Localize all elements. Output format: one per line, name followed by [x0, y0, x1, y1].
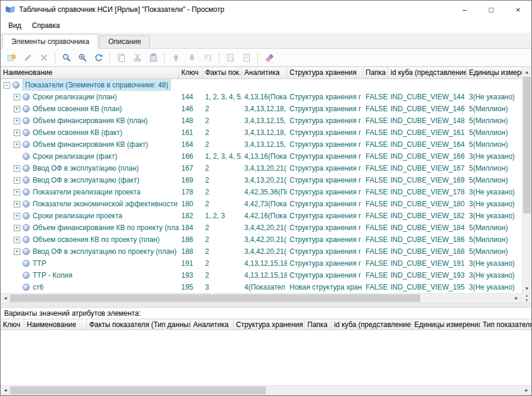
add-element-button[interactable]: [4, 50, 20, 65]
edit-element-button[interactable]: [20, 50, 36, 65]
tree-root-row[interactable]: − Показатели (Элементов в справочнике: 4…: [1, 79, 522, 91]
column-header[interactable]: id куба (представление): [388, 67, 467, 78]
expand-icon[interactable]: +: [14, 177, 20, 184]
column-header[interactable]: Аналитика: [191, 319, 234, 329]
menu-item[interactable]: Вид: [3, 20, 27, 32]
cell: Структура хранения г: [287, 162, 363, 174]
delete-element-button[interactable]: [36, 50, 52, 65]
tree-row[interactable]: +Объем освоения КВ (план)14623,4,13,12,1…: [1, 103, 522, 115]
tree-row[interactable]: +Показатели реализации проекта17824,42,3…: [1, 186, 522, 198]
column-header[interactable]: Папка: [305, 319, 332, 329]
panel-splitter[interactable]: [1, 303, 531, 308]
doc-view-button[interactable]: [238, 50, 254, 65]
expand-icon[interactable]: +: [14, 165, 20, 172]
column-header[interactable]: Структура хранения: [234, 319, 305, 329]
column-header[interactable]: Ключ: [1, 319, 24, 329]
column-header[interactable]: Факты показателя (Тип данных): [87, 319, 191, 329]
tree-row[interactable]: ТТР19124,13,12,15,18Структура хранения г…: [1, 257, 522, 269]
prev-row-button[interactable]: ▲: [522, 294, 531, 298]
copy-button[interactable]: [113, 50, 129, 65]
advanced-search-button[interactable]: [74, 50, 90, 65]
expand-icon[interactable]: +: [14, 225, 20, 231]
cell: 195: [179, 281, 203, 293]
column-header[interactable]: Ключ: [179, 67, 203, 78]
paste-button[interactable]: [145, 50, 161, 65]
expand-icon[interactable]: +: [14, 118, 20, 124]
horizontal-scrollbar[interactable]: ◄ ►: [1, 294, 521, 303]
cell: FALSE: [363, 246, 388, 257]
tree-row[interactable]: +Объем финансирования КВ (план)14823,4,1…: [1, 115, 522, 127]
column-header[interactable]: Наименование: [24, 319, 87, 329]
tree-row[interactable]: +Сроки реализации проекта1821, 2, 34,42,…: [1, 210, 522, 222]
sort-button[interactable]: [200, 50, 216, 65]
expand-icon[interactable]: +: [14, 130, 20, 136]
expand-icon[interactable]: +: [14, 237, 20, 243]
cell: 2: [203, 198, 242, 210]
tree-row[interactable]: +Объем освоения КВ по проекту (план)1862…: [1, 234, 522, 246]
column-header[interactable]: id куба (представление): [332, 319, 412, 329]
expand-icon[interactable]: +: [14, 213, 20, 219]
expand-icon[interactable]: +: [14, 201, 20, 208]
tab[interactable]: Описание: [99, 35, 150, 48]
cut-button[interactable]: [129, 50, 145, 65]
tree-row[interactable]: +Ввод ОФ в эксплуатацию по проекту (план…: [1, 246, 522, 257]
vertical-scrollbar[interactable]: ▲ ▼: [522, 67, 531, 293]
tab[interactable]: Элементы справочника: [2, 34, 98, 49]
horizontal-scrollbar-track[interactable]: [420, 294, 512, 303]
tree-row[interactable]: +Объем освоения КВ (факт)16123,4,13,12,1…: [1, 127, 522, 139]
move-down-button[interactable]: [184, 50, 200, 65]
tree-row[interactable]: ТТР - Копия19324,13,12,15,18Структура хр…: [1, 269, 522, 281]
vertical-scrollbar-track[interactable]: [522, 213, 531, 284]
tree-row[interactable]: +Сроки реализации (план)1441, 2, 3, 4, 5…: [1, 91, 522, 103]
search-button[interactable]: [58, 50, 74, 65]
cell: 5(Миллион): [467, 139, 522, 150]
expand-icon[interactable]: +: [14, 94, 20, 100]
scroll-left-icon[interactable]: ◄: [1, 294, 10, 303]
minimize-button[interactable]: –: [451, 1, 478, 18]
column-header[interactable]: Наименование: [1, 67, 179, 78]
close-button[interactable]: ×: [505, 1, 531, 18]
tree-grid-hscroll-row: ◄ ► ▲ ▼: [1, 293, 531, 303]
tree-row[interactable]: +Объем финансирования КВ по проекту (пла…: [1, 222, 522, 234]
column-header[interactable]: Тип показателя: [480, 319, 531, 329]
column-header[interactable]: Папка: [363, 67, 388, 78]
tree-row[interactable]: Сроки реализации (факт)1661, 2, 3, 4, 5,…: [1, 150, 522, 162]
cell: 184: [179, 222, 203, 234]
scroll-right-icon[interactable]: ►: [512, 294, 521, 303]
cell: IND_CUBE_VIEW_161: [388, 127, 467, 139]
toolbar: [1, 49, 531, 67]
bottom-horizontal-scrollbar-track[interactable]: [266, 386, 522, 395]
tree-row[interactable]: ст619534(ПоказателНовая структура хранFA…: [1, 281, 522, 293]
column-header[interactable]: Факты пок...: [203, 67, 242, 78]
collapse-icon[interactable]: −: [4, 82, 10, 89]
column-header[interactable]: Структура хранения: [287, 67, 363, 78]
scroll-left-icon[interactable]: ◄: [1, 386, 10, 395]
move-up-button[interactable]: [168, 50, 184, 65]
refresh-button[interactable]: [90, 50, 106, 65]
tree-row[interactable]: +Показатели экономической эффективности1…: [1, 198, 522, 210]
column-header[interactable]: Аналитика: [242, 67, 287, 78]
expand-icon[interactable]: +: [14, 249, 20, 255]
next-row-button[interactable]: ▼: [522, 298, 531, 303]
expand-icon[interactable]: +: [14, 106, 20, 112]
column-header[interactable]: Единицы измерения: [412, 319, 480, 329]
tree-row[interactable]: +Ввод ОФ в эксплуатацию (факт)16923,4,13…: [1, 174, 522, 186]
doc-edit-button[interactable]: [222, 50, 238, 65]
scroll-up-icon[interactable]: ▲: [522, 67, 531, 77]
tree-row[interactable]: +Ввод ОФ в эксплуатацию (план)16723,4,13…: [1, 162, 522, 174]
horizontal-scrollbar-thumb[interactable]: [10, 294, 420, 302]
bottom-horizontal-scrollbar-thumb[interactable]: [10, 386, 266, 394]
tree-row[interactable]: +Объем финансирования КВ (факт)16423,4,1…: [1, 139, 522, 150]
name-cell: +Показатели реализации проекта: [1, 186, 179, 198]
scroll-right-icon[interactable]: ►: [522, 386, 531, 395]
menu-item[interactable]: Справка: [27, 20, 65, 32]
element-icon: [23, 224, 30, 231]
bottom-horizontal-scrollbar[interactable]: ◄ ►: [1, 386, 531, 395]
maximize-button[interactable]: □: [478, 1, 505, 18]
vertical-scrollbar-thumb[interactable]: [523, 77, 531, 213]
column-header[interactable]: Единицы измерения: [467, 67, 522, 78]
expand-icon[interactable]: +: [14, 142, 20, 148]
expand-icon[interactable]: +: [14, 189, 20, 196]
clear-button[interactable]: [261, 50, 277, 65]
scroll-down-icon[interactable]: ▼: [522, 284, 531, 293]
